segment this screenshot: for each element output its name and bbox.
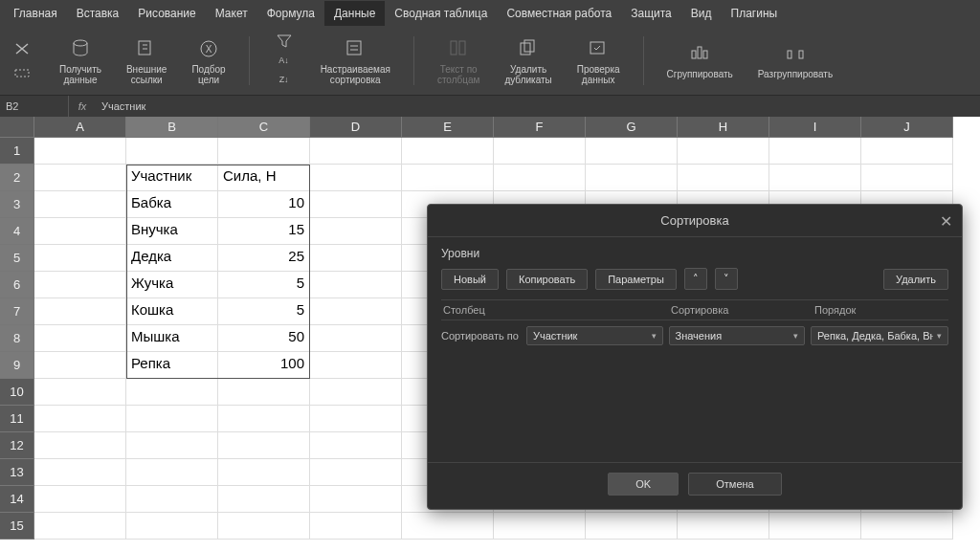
cell[interactable] (494, 138, 586, 165)
cell[interactable] (678, 165, 769, 191)
cell[interactable] (586, 165, 678, 191)
goal-seek-button[interactable]: X Подбор цели (188, 31, 229, 91)
cell[interactable] (218, 459, 310, 486)
copy-level-button[interactable]: Копировать (506, 269, 588, 290)
cell[interactable] (218, 406, 310, 432)
cell[interactable] (34, 379, 126, 406)
row-header[interactable]: 2 (0, 165, 34, 191)
cell[interactable] (310, 218, 402, 245)
sort-on-select[interactable]: Значения▾ (669, 326, 805, 345)
cell[interactable] (310, 379, 402, 406)
menu-item[interactable]: Формула (257, 1, 324, 26)
select-all-corner[interactable] (0, 117, 34, 138)
column-header[interactable]: E (402, 117, 494, 138)
remove-duplicates-button[interactable]: Удалить дубликаты (501, 31, 555, 91)
cell[interactable] (310, 432, 402, 459)
cell-reference[interactable]: B2 (0, 96, 69, 117)
menu-item[interactable]: Главная (4, 1, 67, 26)
column-header[interactable]: C (218, 117, 310, 138)
cell[interactable] (126, 513, 218, 540)
cell[interactable] (34, 272, 126, 298)
cell[interactable] (861, 165, 953, 191)
cell[interactable] (310, 513, 402, 540)
cell[interactable] (310, 298, 402, 325)
ok-button[interactable]: OK (608, 473, 679, 496)
cell[interactable] (34, 486, 126, 513)
cell[interactable] (861, 513, 953, 540)
get-data-button[interactable]: Получить данные (56, 31, 105, 91)
cell[interactable] (586, 138, 678, 165)
row-header[interactable]: 14 (0, 486, 34, 513)
column-header[interactable]: J (861, 117, 953, 138)
row-header[interactable]: 3 (0, 191, 34, 218)
cell[interactable] (678, 138, 769, 165)
row-header[interactable]: 6 (0, 272, 34, 298)
delete-level-button[interactable]: Удалить (883, 269, 948, 290)
cell[interactable] (402, 165, 494, 191)
cell[interactable] (34, 138, 126, 165)
row-header[interactable]: 5 (0, 245, 34, 272)
filter-sort-group[interactable]: A↓ Z↓ (269, 31, 300, 91)
cell[interactable] (310, 245, 402, 272)
params-button[interactable]: Параметры (595, 269, 677, 290)
cell[interactable] (861, 138, 953, 165)
cell[interactable] (34, 165, 126, 191)
menu-item[interactable]: Макет (206, 1, 257, 26)
menu-item[interactable]: Рисование (128, 1, 205, 26)
formula-input[interactable]: Участник (96, 100, 980, 112)
cell[interactable] (769, 513, 861, 540)
column-header[interactable]: D (310, 117, 402, 138)
cell[interactable] (310, 191, 402, 218)
cell[interactable] (126, 459, 218, 486)
row-header[interactable]: 12 (0, 432, 34, 459)
cell[interactable] (34, 325, 126, 352)
cell[interactable] (126, 432, 218, 459)
row-header[interactable]: 10 (0, 379, 34, 406)
menu-item[interactable]: Данные (324, 1, 385, 26)
cell[interactable] (126, 406, 218, 432)
cut-paste-group[interactable] (8, 31, 38, 91)
cell[interactable] (310, 325, 402, 352)
row-header[interactable]: 8 (0, 325, 34, 352)
menu-item[interactable]: Защита (621, 1, 681, 26)
column-select[interactable]: Участник▾ (526, 326, 662, 345)
cell[interactable] (218, 379, 310, 406)
row-header[interactable]: 13 (0, 459, 34, 486)
cell[interactable] (494, 513, 586, 540)
order-select[interactable]: Репка, Дедка, Бабка, Вн▾ (811, 326, 948, 345)
row-header[interactable]: 7 (0, 298, 34, 325)
column-header[interactable]: B (126, 117, 218, 138)
menu-item[interactable]: Вставка (67, 1, 129, 26)
cell[interactable] (34, 352, 126, 379)
row-header[interactable]: 11 (0, 406, 34, 432)
cell[interactable] (34, 459, 126, 486)
cancel-button[interactable]: Отмена (688, 473, 781, 496)
move-down-button[interactable]: ˅ (715, 268, 738, 290)
cell[interactable] (34, 191, 126, 218)
column-header[interactable]: G (586, 117, 678, 138)
cell[interactable] (310, 406, 402, 432)
menu-item[interactable]: Сводная таблица (385, 1, 497, 26)
cell[interactable] (218, 513, 310, 540)
cell[interactable] (34, 406, 126, 432)
cell[interactable] (126, 486, 218, 513)
cell[interactable] (494, 165, 586, 191)
menu-item[interactable]: Вид (681, 1, 722, 26)
fx-label[interactable]: fx (69, 100, 96, 112)
cell[interactable] (586, 513, 678, 540)
row-header[interactable]: 1 (0, 138, 34, 165)
cell[interactable] (310, 165, 402, 191)
new-level-button[interactable]: Новый (441, 269, 499, 290)
column-header[interactable]: H (678, 117, 769, 138)
cell[interactable] (34, 298, 126, 325)
group-button[interactable]: Сгруппировать (663, 31, 737, 91)
external-links-button[interactable]: Внешние ссылки (122, 31, 170, 91)
close-icon[interactable]: ✕ (940, 212, 952, 231)
cell[interactable] (218, 432, 310, 459)
cell[interactable] (310, 272, 402, 298)
row-header[interactable]: 15 (0, 513, 34, 540)
menu-item[interactable]: Совместная работа (497, 1, 621, 26)
ungroup-button[interactable]: Разгруппировать (754, 31, 836, 91)
column-header[interactable]: F (494, 117, 586, 138)
column-header[interactable]: I (769, 117, 861, 138)
